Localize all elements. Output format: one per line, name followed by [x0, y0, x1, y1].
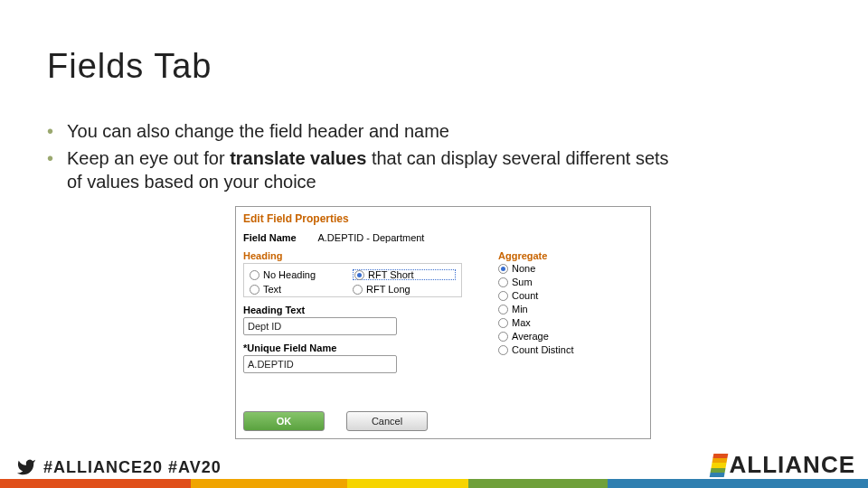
heading-radio-group: No Heading RFT Short Text RFT Long — [243, 263, 462, 297]
dialog-title: Edit Field Properties — [236, 207, 650, 229]
alliance-mark-icon — [709, 454, 728, 477]
hashtag-2: #AV20 — [168, 458, 222, 477]
heading-text-input[interactable] — [243, 317, 397, 335]
radio-icon — [498, 345, 508, 355]
slide-footer: #ALLIANCE20 #AV20 ALLIANCE — [0, 445, 868, 488]
fieldname-label: Field Name — [243, 232, 316, 243]
radio-rft-long[interactable]: RFT Long — [353, 284, 456, 295]
radio-aggregate-sum[interactable]: Sum — [498, 277, 643, 287]
radio-icon — [498, 305, 508, 314]
unique-fieldname-input[interactable] — [243, 355, 397, 373]
radio-aggregate-none[interactable]: None — [498, 263, 643, 274]
bullet-1: You can also change the field header and… — [47, 119, 680, 143]
heading-section-label: Heading — [243, 250, 462, 261]
aggregate-section-label: Aggregate — [498, 250, 643, 261]
radio-aggregate-min[interactable]: Min — [498, 304, 643, 314]
radio-icon — [498, 332, 508, 342]
radio-icon — [250, 270, 259, 280]
bullet-2: Keep an eye out for translate values tha… — [47, 146, 680, 193]
radio-icon — [354, 270, 364, 280]
heading-text-label: Heading Text — [243, 305, 462, 315]
radio-icon — [250, 285, 259, 295]
radio-icon — [498, 277, 508, 287]
unique-fieldname-label: *Unique Field Name — [243, 343, 462, 353]
radio-icon — [498, 264, 508, 274]
radio-no-heading[interactable]: No Heading — [250, 269, 353, 280]
edit-field-properties-dialog: Edit Field Properties Field Name A.DEPTI… — [235, 206, 651, 439]
fieldname-value: A.DEPTID - Department — [317, 232, 424, 243]
radio-aggregate-average[interactable]: Average — [498, 331, 643, 342]
slide-title: Fields Tab — [47, 47, 212, 86]
radio-rft-short[interactable]: RFT Short — [353, 269, 456, 280]
radio-aggregate-max[interactable]: Max — [498, 317, 643, 328]
footer-stripe — [0, 479, 868, 488]
radio-text[interactable]: Text — [250, 284, 353, 295]
ok-button[interactable]: OK — [243, 411, 325, 431]
radio-aggregate-count[interactable]: Count — [498, 290, 643, 301]
bullet-list: You can also change the field header and… — [47, 119, 680, 197]
hashtag-1: #ALLIANCE20 — [43, 458, 163, 477]
radio-icon — [498, 318, 508, 328]
twitter-bird-icon — [14, 457, 38, 477]
hashtag-block: #ALLIANCE20 #AV20 — [14, 457, 222, 477]
radio-aggregate-count-distinct[interactable]: Count Distinct — [498, 344, 643, 355]
radio-icon — [353, 285, 363, 295]
alliance-logo: ALLIANCE — [712, 451, 855, 479]
aggregate-radio-group: None Sum Count Min Max Average Count Dis… — [498, 263, 643, 355]
radio-icon — [498, 291, 508, 301]
cancel-button[interactable]: Cancel — [346, 411, 428, 431]
